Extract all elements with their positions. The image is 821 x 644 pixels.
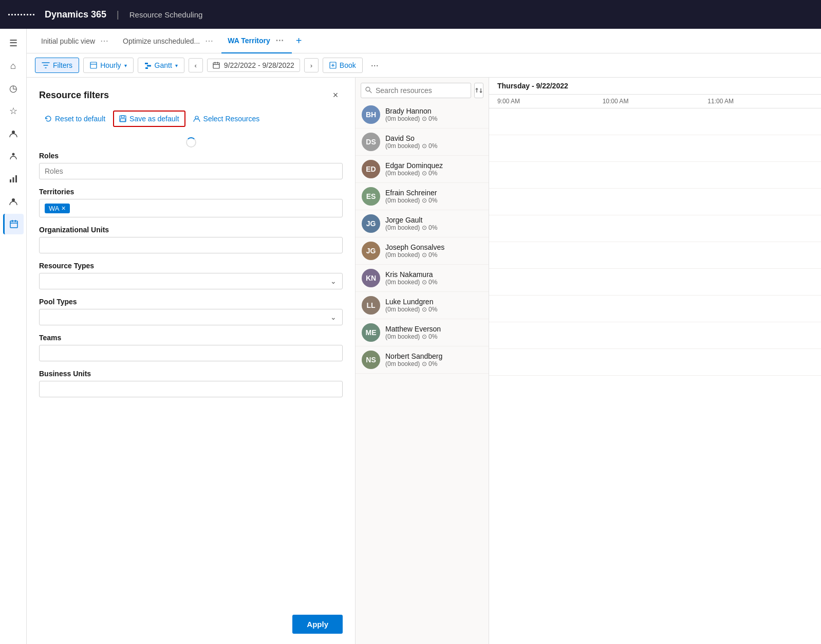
loading-indicator [39, 137, 343, 148]
resource-info: Luke Lundgren (0m booked) ⊙ 0% [385, 298, 482, 313]
gantt-chevron-icon: ▾ [175, 63, 178, 68]
schedule-grid: Thursday - 9/22/2022 9:00 AM10:00 AM11:0… [489, 78, 821, 644]
tab-wa-territory[interactable]: WA Territory ⋯ [221, 29, 291, 53]
resource-item[interactable]: ME Matthew Everson (0m booked) ⊙ 0% [356, 319, 489, 346]
sidebar-item-person[interactable] [3, 146, 24, 167]
tab-initial-dots[interactable]: ⋯ [98, 36, 110, 46]
schedule-date-header: Thursday - 9/22/2022 [489, 78, 821, 95]
tab-optimize-dots[interactable]: ⋯ [203, 36, 215, 46]
teams-input[interactable] [39, 345, 343, 361]
schedule-row [489, 349, 821, 376]
resource-info: Jorge Gault (0m booked) ⊙ 0% [385, 216, 482, 231]
resource-name: Jorge Gault [385, 216, 482, 224]
roles-input[interactable] [39, 163, 343, 179]
save-as-default-button[interactable]: Save as default [113, 111, 185, 127]
filter-panel-close-button[interactable]: × [328, 88, 343, 102]
resource-meta: (0m booked) ⊙ 0% [385, 251, 482, 259]
sidebar-item-contacts[interactable] [3, 123, 24, 144]
select-resources-button[interactable]: Select Resources [188, 111, 266, 126]
hourly-icon [90, 62, 97, 69]
more-options-button[interactable]: ··· [367, 58, 383, 73]
resource-info: Edgar Dominquez (0m booked) ⊙ 0% [385, 161, 482, 177]
resource-name: Kris Nakamura [385, 270, 482, 279]
resource-item[interactable]: NS Norbert Sandberg (0m booked) ⊙ 0% [356, 346, 489, 374]
svg-point-1 [12, 153, 14, 156]
time-slot: 11:00 AM [707, 95, 813, 108]
sidebar-item-user[interactable] [3, 191, 24, 212]
filter-section-business-units: Business Units [39, 370, 343, 397]
resource-info: Efrain Schreiner (0m booked) ⊙ 0% [385, 189, 482, 204]
filter-section-roles: Roles [39, 152, 343, 179]
svg-point-0 [12, 131, 15, 134]
hourly-button[interactable]: Hourly ▾ [83, 58, 133, 73]
book-button[interactable]: Book [323, 58, 363, 73]
next-date-button[interactable]: › [304, 58, 319, 72]
filter-section-territories: Territories WA × [39, 188, 343, 217]
tab-optimize-unscheduled[interactable]: Optimize unscheduled... ⋯ [117, 29, 221, 53]
apply-button[interactable]: Apply [292, 615, 343, 634]
resource-info: Matthew Everson (0m booked) ⊙ 0% [385, 325, 482, 340]
search-input[interactable] [361, 83, 471, 98]
sidebar-item-recent[interactable]: ◷ [3, 78, 24, 99]
resource-item[interactable]: DS David So (0m booked) ⊙ 0% [356, 128, 489, 156]
prev-date-button[interactable]: ‹ [189, 58, 203, 72]
time-slot: 9:00 AM [497, 95, 603, 108]
territories-input[interactable]: WA × [39, 199, 343, 217]
svg-point-5 [12, 198, 15, 201]
filter-section-org-units: Organizational Units [39, 226, 343, 253]
schedule-row [489, 108, 821, 135]
time-slot: 10:00 AM [603, 95, 708, 108]
resource-avatar: NS [362, 351, 380, 369]
app-brand: Dynamics 365 [45, 9, 106, 20]
svg-rect-6 [10, 221, 17, 228]
resource-avatar: ME [362, 323, 380, 342]
tab-wa-dots[interactable]: ⋯ [273, 35, 286, 45]
business-units-input[interactable] [39, 381, 343, 397]
resource-avatar: KN [362, 269, 380, 287]
resource-types-select[interactable] [39, 273, 343, 289]
resource-item[interactable]: LL Luke Lundgren (0m booked) ⊙ 0% [356, 292, 489, 319]
reset-to-default-button[interactable]: Reset to default [39, 111, 111, 126]
resource-name: Matthew Everson [385, 325, 482, 333]
resource-item[interactable]: KN Kris Nakamura (0m booked) ⊙ 0% [356, 265, 489, 292]
resource-item[interactable]: BH Brady Hannon (0m booked) ⊙ 0% [356, 101, 489, 128]
pool-types-label: Pool Types [39, 298, 343, 306]
svg-rect-2 [10, 179, 11, 182]
resource-item[interactable]: ED Edgar Dominquez (0m booked) ⊙ 0% [356, 156, 489, 183]
svg-rect-10 [90, 62, 97, 68]
tab-initial-public-view[interactable]: Initial public view ⋯ [35, 29, 117, 53]
pool-types-select[interactable] [39, 309, 343, 325]
left-sidebar: ☰ ⌂ ◷ ☆ [0, 29, 27, 644]
sidebar-item-menu[interactable]: ☰ [3, 33, 24, 53]
svg-point-26 [366, 87, 370, 91]
resource-item[interactable]: ES Efrain Schreiner (0m booked) ⊙ 0% [356, 183, 489, 210]
schedule-body [489, 108, 821, 644]
territory-tag-wa-remove[interactable]: × [61, 205, 65, 212]
resource-avatar: ED [362, 160, 380, 178]
schedule-row [489, 162, 821, 189]
main-content: Initial public view ⋯ Optimize unschedul… [27, 29, 821, 644]
reset-icon [45, 115, 52, 122]
resource-meta: (0m booked) ⊙ 0% [385, 333, 482, 340]
filters-button[interactable]: Filters [35, 58, 79, 73]
resource-item[interactable]: JG Joseph Gonsalves (0m booked) ⊙ 0% [356, 237, 489, 265]
spinner [186, 137, 196, 148]
gantt-button[interactable]: Gantt ▾ [138, 58, 184, 73]
org-units-input[interactable] [39, 237, 343, 253]
resource-name: Luke Lundgren [385, 298, 482, 306]
schedule-row [489, 296, 821, 322]
sidebar-item-calendar[interactable] [3, 214, 24, 234]
app-grid-icon[interactable] [8, 14, 34, 15]
top-nav: Dynamics 365 | Resource Scheduling [0, 0, 821, 29]
sidebar-item-home[interactable]: ⌂ [3, 56, 24, 76]
resource-meta: (0m booked) ⊙ 0% [385, 306, 482, 313]
sort-button[interactable] [474, 83, 483, 98]
svg-rect-24 [120, 119, 125, 121]
add-tab-button[interactable]: + [292, 35, 306, 47]
book-icon [329, 62, 337, 69]
resource-avatar: BH [362, 105, 380, 124]
sidebar-item-reports[interactable] [3, 169, 24, 189]
resource-meta: (0m booked) ⊙ 0% [385, 197, 482, 204]
sidebar-item-pinned[interactable]: ☆ [3, 101, 24, 121]
resource-item[interactable]: JG Jorge Gault (0m booked) ⊙ 0% [356, 210, 489, 237]
